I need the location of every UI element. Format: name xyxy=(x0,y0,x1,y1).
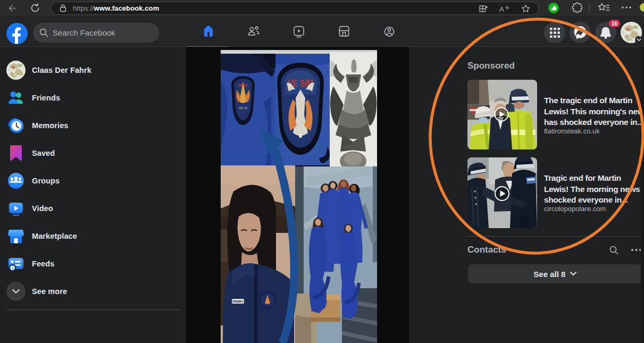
svg-text:A: A xyxy=(499,5,504,13)
svg-text:PERRY: PERRY xyxy=(232,300,243,303)
svg-text:NS 31: NS 31 xyxy=(239,106,248,110)
svg-text:NS 31: NS 31 xyxy=(238,83,248,87)
